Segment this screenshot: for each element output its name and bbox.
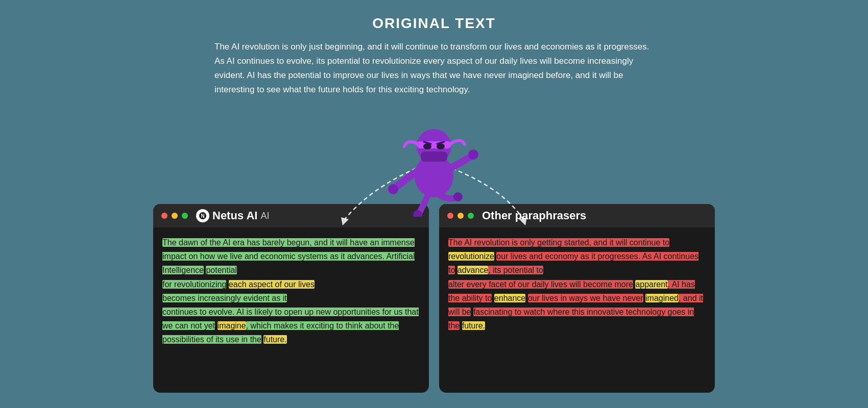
svg-text:N: N (201, 213, 204, 219)
netus-logo-icon: N (196, 209, 209, 222)
other-hl-10: our lives in ways we have never (528, 294, 643, 302)
svg-point-9 (468, 149, 478, 160)
svg-marker-13 (519, 217, 527, 225)
original-text-title: ORIGINAL TEXT (214, 15, 654, 32)
other-hl-1: The AI revolution is only getting starte… (448, 238, 669, 247)
dot-yellow-netus (172, 213, 178, 219)
netus-hl-5: becomes increasingly evident as it (162, 294, 287, 302)
other-hl-5: , its potential to (488, 266, 543, 274)
other-hl-14: future. (462, 321, 485, 330)
other-panel: Other paraphrasers The AI revolution is … (439, 204, 715, 393)
netus-hl-3: for revolutionizing (162, 280, 226, 289)
other-panel-content: The AI revolution is only getting starte… (439, 227, 715, 341)
dot-red-netus (161, 213, 167, 219)
netus-hl-1: The dawn of the AI era has barely begun,… (162, 238, 415, 274)
svg-rect-2 (417, 141, 451, 148)
svg-point-11 (453, 192, 463, 201)
svg-rect-7 (421, 151, 447, 162)
ninja-character (383, 110, 485, 217)
netus-hl-2: potential (206, 266, 237, 274)
panels-container: N Netus AI AI The dawn of the AI era has… (153, 204, 715, 393)
other-hl-9: enhance (494, 294, 525, 302)
other-hl-7: apparent (635, 280, 667, 289)
other-hl-4: advance (457, 266, 489, 274)
other-hl-2: revolutionize (448, 252, 494, 261)
other-hl-11: imagined (645, 294, 679, 302)
other-hl-13: fascinating to watch where this innovati… (448, 308, 694, 330)
page-container: ORIGINAL TEXT The AI revolution is only … (0, 0, 868, 408)
netus-hl-7: imagine (218, 321, 246, 330)
netus-panel: N Netus AI AI The dawn of the AI era has… (153, 204, 429, 393)
svg-point-8 (388, 184, 398, 194)
other-hl-6: alter every facet of our daily lives wil… (448, 280, 633, 289)
netus-panel-content: The dawn of the AI era has barely begun,… (153, 227, 429, 355)
netus-hl-9: future. (263, 335, 286, 344)
netus-hl-4: each aspect of our lives (229, 280, 315, 289)
svg-marker-12 (341, 217, 349, 225)
original-text-body: The AI revolution is only just beginning… (214, 40, 654, 97)
original-text-section: ORIGINAL TEXT The AI revolution is only … (214, 15, 654, 97)
dot-green-netus (182, 213, 188, 219)
